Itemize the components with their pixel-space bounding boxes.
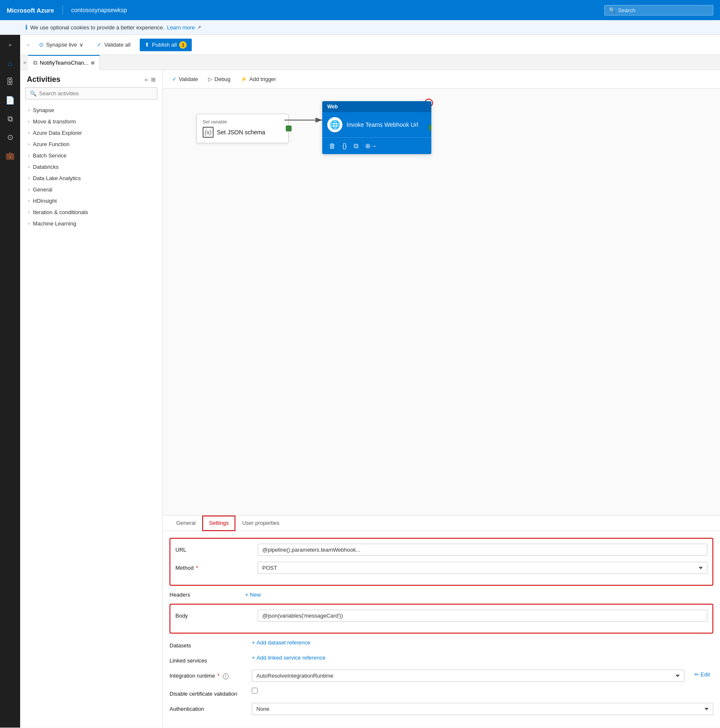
category-azure-function[interactable]: › Azure Function [20,139,162,150]
url-input[interactable] [258,544,707,556]
sidebar-icon-briefcase[interactable]: 💼 [2,147,18,164]
method-row: Method * POST GET PUT DELETE [175,562,707,574]
category-data-lake-analytics[interactable]: › Data Lake Analytics [20,173,162,184]
category-databricks[interactable]: › Databricks [20,161,162,173]
ir-info-icon[interactable]: i [223,673,229,679]
activity-categories-list: › Synapse › Move & transform › Azure Dat… [20,105,162,229]
sidebar-icon-home[interactable]: ⌂ [2,55,18,72]
validate-btn[interactable]: ✓ Validate [168,74,202,84]
sidebar-icon-monitor[interactable]: ⊙ [2,129,18,146]
synapse-label: Synapse live [46,42,77,48]
tab-breadcrumb-icon: » [23,60,26,65]
tab-user-properties[interactable]: User properties [235,516,286,531]
sidebar-icon-layers[interactable]: ⧉ [2,110,18,127]
category-azure-data-explorer[interactable]: › Azure Data Explorer [20,127,162,139]
datasets-label: Datasets [170,639,245,649]
linked-services-row: Linked services + Add linked service ref… [170,655,713,664]
debug-btn-label: Debug [214,76,230,82]
tab-settings[interactable]: Settings [202,516,235,531]
learn-more-link[interactable]: Learn more [167,24,195,31]
chevron-right-icon: › [28,142,29,147]
set-variable-connector-right [286,126,292,131]
publish-all-btn[interactable]: ⬆ Publish all 1 [140,39,192,51]
method-label: Method * [175,562,251,571]
canvas: Set variable (x) Set JSON schema [163,89,720,515]
integration-runtime-edit-btn[interactable]: ✏ Edit [691,670,713,679]
activities-panel: Activities « ⊞ 🔍 › Synapse [20,70,163,728]
authentication-select[interactable]: None Basic Client Certificate Managed Id… [252,703,713,715]
linked-services-add-btn[interactable]: + Add linked service reference [252,655,326,661]
globe-icon: 🌐 [327,117,342,132]
add-trigger-btn[interactable]: ⚡ Add trigger [236,74,280,84]
set-variable-node[interactable]: Set variable (x) Set JSON schema [196,114,289,143]
web-node-title: Invoke Teams Webhook Url [347,121,418,128]
global-search[interactable]: 🔍 Search [604,5,713,16]
category-label: Databricks [33,164,58,170]
category-move-transform[interactable]: › Move & transform [20,116,162,127]
headers-row: Headers + New [170,592,713,598]
chevron-right-icon: › [28,199,29,203]
method-required-star: * [196,565,198,571]
web-node-delete-btn[interactable]: 🗑 [327,141,337,151]
info-icon: ℹ [25,24,28,31]
body-input[interactable] [258,610,707,622]
activities-sort-btn[interactable]: ⊞ [151,76,156,83]
pipeline-tab[interactable]: ⧉ NotifiyTeamsChan... [28,55,100,70]
azure-logo: Microsoft Azure [7,7,54,14]
linked-services-add-label: Add linked service reference [257,655,326,661]
breadcrumb-collapse[interactable]: » [27,42,30,48]
web-node-copy-btn[interactable]: ⧉ [352,141,360,151]
ir-required-star: * [217,673,219,679]
web-node-arrow-btn[interactable]: ⊕→ [363,141,379,151]
connector-arrow [284,114,326,126]
sidebar-collapse-btn[interactable]: » [2,38,18,52]
edit-label: Edit [701,671,710,678]
headers-add-label: New [250,592,261,598]
web-node-header: Web [322,101,431,112]
search-icon: 🔍 [30,90,37,97]
web-node-braces-btn[interactable]: {} [341,141,349,151]
body-section: Body [170,604,713,634]
validate-check-icon: ✓ [172,76,177,82]
validate-btn-label: Validate [179,76,198,82]
datasets-add-btn[interactable]: + Add dataset reference [252,639,310,646]
synapse-live-btn[interactable]: ⊙ Synapse live ∨ [35,39,88,50]
activities-collapse-btn[interactable]: « [145,76,148,83]
set-variable-name: Set JSON schema [217,129,265,136]
settings-panel: General Settings User properties [163,515,720,728]
validate-all-btn[interactable]: ✓ Validate all [93,39,135,50]
activities-controls: « ⊞ [145,76,156,83]
debug-btn[interactable]: ▷ Debug [204,74,235,84]
category-iteration-conditionals[interactable]: › Iteration & conditionals [20,207,162,218]
search-icon: 🔍 [609,7,616,13]
chevron-right-icon: › [28,176,29,181]
tab-general[interactable]: General [170,516,202,531]
integration-runtime-select[interactable]: AutoResolveIntegrationRuntime [252,670,684,682]
method-select[interactable]: POST GET PUT DELETE [258,562,707,574]
category-batch-service[interactable]: › Batch Service [20,150,162,161]
headers-add-btn[interactable]: + New [245,592,261,598]
activities-search-box[interactable]: 🔍 [25,87,157,100]
category-general[interactable]: › General [20,184,162,195]
datasets-plus-icon: + [252,639,255,646]
activities-search-input[interactable] [39,90,153,97]
linked-services-label: Linked services [170,655,245,664]
disable-cert-checkbox[interactable] [252,688,258,694]
add-trigger-label: Add trigger [249,76,276,82]
category-label: Iteration & conditionals [33,209,88,215]
cookie-banner: ℹ We use optional cookies to provide a b… [0,20,720,35]
category-synapse[interactable]: › Synapse [20,105,162,116]
category-machine-learning[interactable]: › Machine Learning [20,218,162,229]
chevron-right-icon: › [28,119,29,124]
headers-add-plus-icon: + [245,592,248,598]
chevron-right-icon: › [28,131,29,135]
publish-badge: 1 [179,41,187,49]
category-hdinsight[interactable]: › HDInsight [20,195,162,207]
chevron-right-icon: › [28,108,29,113]
settings-tabs: General Settings User properties [163,516,720,531]
sidebar-icon-document[interactable]: 📄 [2,92,18,109]
set-variable-icon: (x) [203,127,214,138]
sidebar-icon-database[interactable]: 🗄 [2,73,18,90]
web-node[interactable]: Web 🌐 Invoke Teams Webhook Url 🗑 {} ⧉ ⊕→ [322,101,431,154]
body-label: Body [175,610,251,619]
